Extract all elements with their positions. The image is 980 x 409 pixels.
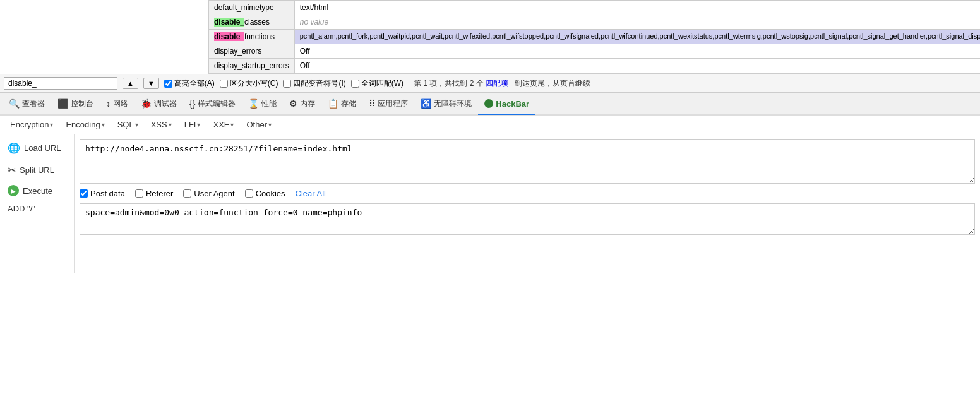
highlight-all-label[interactable]: 高亮全部(A) bbox=[164, 78, 215, 89]
table-row: default_mimetypetext/htmltext/html bbox=[209, 1, 981, 15]
hackbar-menu-item-xxe[interactable]: XXE▾ bbox=[208, 118, 239, 131]
tab-icon-网络: ↕ bbox=[106, 98, 111, 109]
devtools-tab-查看器[interactable]: 🔍查看器 bbox=[3, 93, 51, 115]
table-row: display_startup_errorsOffOff bbox=[209, 59, 981, 73]
user-agent-label-text: User Agent bbox=[194, 189, 234, 198]
menu-item-label: LFI bbox=[184, 120, 196, 129]
post-data-label-text: Post data bbox=[90, 189, 125, 198]
hackbar-menu-item-encryption[interactable]: Encryption▾ bbox=[5, 118, 58, 131]
user-agent-checkbox[interactable] bbox=[183, 189, 191, 198]
whole-word-checkbox[interactable] bbox=[351, 80, 359, 88]
chevron-down-icon: ▾ bbox=[268, 121, 272, 128]
case-sensitive-checkbox[interactable] bbox=[220, 80, 228, 88]
user-agent-checkbox-label[interactable]: User Agent bbox=[183, 189, 234, 198]
devtools-tab-存储[interactable]: 📋存储 bbox=[321, 93, 362, 115]
hackbar-menu-item-xss[interactable]: XSS▾ bbox=[146, 118, 177, 131]
tab-icon-无障碍环境: ♿ bbox=[421, 98, 431, 109]
devtools-tab-网络[interactable]: ↕网络 bbox=[100, 93, 134, 115]
devtools-tab-bar: 🔍查看器⬛控制台↕网络🐞调试器{}样式编辑器⌛性能⚙内存📋存储⠿应用程序♿无障碍… bbox=[0, 93, 980, 116]
referer-checkbox-label[interactable]: Referer bbox=[135, 189, 173, 198]
tab-icon-内存: ⚙ bbox=[289, 98, 297, 109]
no-value-text: no value bbox=[300, 18, 328, 27]
table-cell-val1: text/html bbox=[294, 1, 980, 15]
diacritics-checkbox[interactable] bbox=[283, 80, 291, 88]
devtools-tab-样式编辑器[interactable]: {}样式编辑器 bbox=[183, 93, 242, 115]
hackbar-menu-item-encoding[interactable]: Encoding▾ bbox=[61, 118, 109, 131]
key-text: classes bbox=[244, 18, 270, 27]
devtools-tab-调试器[interactable]: 🐞调试器 bbox=[134, 93, 183, 115]
menu-item-label: Encryption bbox=[10, 120, 49, 129]
search-result-info: 第 1 项，共找到 2 个 四配项 到达页尾，从页首继续 bbox=[414, 78, 590, 89]
devtools-tab-无障碍环境[interactable]: ♿无障碍环境 bbox=[414, 93, 478, 115]
menu-item-label: XXE bbox=[213, 120, 229, 129]
execute-button[interactable]: ▶ Execute bbox=[3, 182, 71, 199]
menu-item-label: XSS bbox=[151, 120, 167, 129]
url-input[interactable] bbox=[80, 139, 975, 184]
hackbar-menu-item-sql[interactable]: SQL▾ bbox=[112, 118, 143, 131]
table-cell-key: disable_classes bbox=[209, 15, 295, 30]
devtools-tab-应用程序[interactable]: ⠿应用程序 bbox=[362, 93, 414, 115]
tab-label-存储: 存储 bbox=[341, 98, 356, 109]
tab-label-应用程序: 应用程序 bbox=[378, 98, 408, 109]
cookies-checkbox[interactable] bbox=[245, 189, 253, 198]
tab-label-无障碍环境: 无障碍环境 bbox=[434, 98, 472, 109]
menu-item-label: Encoding bbox=[66, 120, 100, 129]
post-data-checkbox-label[interactable]: Post data bbox=[80, 189, 125, 198]
chevron-down-icon: ▾ bbox=[135, 121, 138, 128]
table-row: display_errorsOffOff bbox=[209, 44, 981, 59]
post-data-options: Post data Referer User Agent Cookies Cle… bbox=[80, 189, 975, 198]
hackbar-sidebar: 🌐 Load URL ✂ Split URL ▶ Execute ADD "/" bbox=[0, 134, 75, 273]
hackbar-tab-label: HackBar bbox=[496, 99, 529, 109]
devtools-tab-内存[interactable]: ⚙内存 bbox=[283, 93, 321, 115]
php-info-table-container: default_mimetypetext/htmltext/htmldisabl… bbox=[208, 0, 980, 74]
table-cell-val1: no value bbox=[294, 15, 980, 30]
cookies-checkbox-label[interactable]: Cookies bbox=[245, 189, 285, 198]
hackbar-menu-item-other[interactable]: Other▾ bbox=[241, 118, 277, 131]
php-info-table: default_mimetypetext/htmltext/htmldisabl… bbox=[208, 0, 980, 73]
table-cell-key: default_mimetype bbox=[209, 1, 295, 15]
key-text: functions bbox=[244, 32, 275, 41]
execute-icon: ▶ bbox=[8, 185, 19, 196]
referer-checkbox[interactable] bbox=[135, 189, 143, 198]
diacritics-label[interactable]: 四配变音符号(I) bbox=[283, 78, 345, 89]
tab-icon-查看器: 🔍 bbox=[9, 98, 20, 109]
split-url-label: Split URL bbox=[20, 165, 54, 175]
tab-label-调试器: 调试器 bbox=[154, 98, 177, 109]
menu-item-label: SQL bbox=[117, 120, 134, 129]
tab-icon-存储: 📋 bbox=[328, 98, 338, 109]
hackbar-menu-item-lfi[interactable]: LFI▾ bbox=[179, 118, 206, 131]
load-url-label: Load URL bbox=[24, 143, 61, 153]
post-data-input[interactable] bbox=[80, 203, 975, 235]
add-slash-button[interactable]: ADD "/" bbox=[3, 201, 71, 216]
table-cell-val1: Off bbox=[294, 44, 980, 59]
whole-word-label[interactable]: 全词匹配(W) bbox=[351, 78, 403, 89]
hackbar-logo-circle bbox=[484, 99, 493, 108]
chevron-down-icon: ▾ bbox=[169, 121, 172, 128]
devtools-tab-控制台[interactable]: ⬛控制台 bbox=[51, 93, 100, 115]
highlight-all-checkbox[interactable] bbox=[164, 80, 172, 88]
tab-label-样式编辑器: 样式编辑器 bbox=[198, 98, 236, 109]
hackbar-main: 🌐 Load URL ✂ Split URL ▶ Execute ADD "/"… bbox=[0, 134, 980, 273]
highlight-span: disable_ bbox=[214, 32, 244, 41]
search-input[interactable] bbox=[4, 77, 117, 90]
search-up-button[interactable]: ▲ bbox=[122, 78, 138, 89]
cookies-label-text: Cookies bbox=[256, 189, 285, 198]
tab-label-控制台: 控制台 bbox=[71, 98, 93, 109]
tab-label-网络: 网络 bbox=[113, 98, 128, 109]
table-cell-key: disable_functions bbox=[209, 30, 295, 44]
devtools-tab-HackBar[interactable]: HackBar bbox=[478, 93, 535, 115]
tab-icon-控制台: ⬛ bbox=[57, 98, 68, 109]
clear-all-link[interactable]: Clear All bbox=[296, 189, 326, 198]
search-bar: ▲ ▼ 高亮全部(A) 区分大小写(C) 四配变音符号(I) 全词匹配(W) 第… bbox=[0, 74, 980, 93]
tab-label-性能: 性能 bbox=[261, 98, 277, 109]
chevron-down-icon: ▾ bbox=[102, 121, 105, 128]
table-cell-val1: Off bbox=[294, 59, 980, 73]
load-url-button[interactable]: 🌐 Load URL bbox=[3, 138, 71, 158]
devtools-tab-性能[interactable]: ⌛性能 bbox=[242, 93, 283, 115]
case-sensitive-label[interactable]: 区分大小写(C) bbox=[220, 78, 278, 89]
table-cell-key: display_errors bbox=[209, 44, 295, 59]
post-data-checkbox[interactable] bbox=[80, 189, 88, 198]
add-slash-label: ADD "/" bbox=[8, 204, 35, 213]
search-down-button[interactable]: ▼ bbox=[143, 78, 159, 89]
split-url-button[interactable]: ✂ Split URL bbox=[3, 160, 71, 180]
